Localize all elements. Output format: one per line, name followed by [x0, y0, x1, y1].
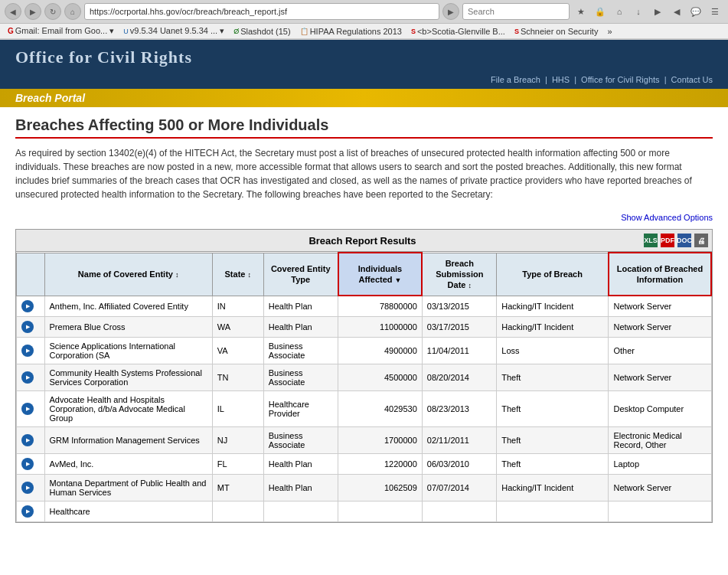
expand-cell: [17, 501, 45, 521]
expand-button[interactable]: [21, 458, 34, 470]
forward-button[interactable]: ▶: [24, 3, 41, 20]
name-cell: GRM Information Management Services: [44, 426, 212, 453]
lock-icon: 🔒: [592, 3, 609, 20]
location-cell: Network Server: [609, 296, 711, 316]
export-excel-button[interactable]: XLS: [644, 234, 658, 247]
col-individuals-header[interactable]: Individuals Affected ▼: [338, 253, 423, 296]
expand-button[interactable]: [21, 403, 34, 415]
menu-icon[interactable]: ☰: [707, 3, 723, 20]
location-cell: Other: [609, 337, 711, 364]
site-title: Office for Civil Rights: [15, 47, 713, 67]
table-row: Anthem, Inc. Affiliated Covered Entity I…: [17, 296, 712, 316]
date-cell: 03/17/2015: [422, 316, 496, 337]
portal-title: Breach Portal: [15, 92, 85, 104]
search-input[interactable]: [462, 3, 570, 20]
state-cell: NJ: [212, 426, 263, 453]
bookmark-gmail[interactable]: G Gmail: Email from Goo... ▾: [5, 25, 117, 37]
individuals-cell: 78800000: [338, 296, 423, 316]
entity-type-cell: Business Associate: [263, 364, 338, 390]
name-cell: Anthem, Inc. Affiliated Covered Entity: [44, 296, 212, 316]
expand-button[interactable]: [21, 321, 34, 333]
star-icon[interactable]: ★: [573, 3, 589, 20]
site-header: Office for Civil Rights: [0, 40, 728, 74]
bookmarks-bar: G Gmail: Email from Goo... ▾ U v9.5.34 U…: [0, 24, 728, 39]
name-cell: Premera Blue Cross: [44, 316, 212, 337]
state-cell: FL: [212, 453, 263, 474]
home-button[interactable]: ⌂: [64, 3, 81, 20]
table-row: Advocate Health and Hospitals Corporatio…: [17, 390, 712, 426]
download-icon[interactable]: ↓: [630, 3, 647, 20]
bookmark-hipaa[interactable]: 📋 HIPAA Regulations 2013: [297, 26, 405, 37]
print-button[interactable]: 🖨: [694, 234, 708, 247]
bookmark-more[interactable]: »: [604, 26, 615, 37]
breach-type-cell: Hacking/IT Incident: [497, 296, 609, 316]
bookmark-scotia[interactable]: S <b>Scotia-Glenville B...: [408, 26, 508, 37]
date-cell: 06/03/2010: [422, 453, 496, 474]
page-heading: Breaches Affecting 500 or More Individua…: [15, 116, 713, 139]
bookmark-schneier[interactable]: S Schneier on Security: [511, 26, 602, 37]
back-button[interactable]: ◀: [5, 3, 21, 20]
expand-button[interactable]: [21, 434, 34, 446]
col-date-header[interactable]: Breach Submission Date ↕: [422, 253, 496, 296]
expand-cell: [17, 453, 45, 474]
refresh-button[interactable]: ↻: [44, 3, 61, 20]
name-sort-icon[interactable]: ↕: [175, 271, 179, 279]
expand-cell: [17, 474, 45, 501]
bookmark-uanet[interactable]: U v9.5.34 Uanet 9.5.34 ... ▾: [120, 25, 227, 37]
individuals-cell: [338, 501, 423, 521]
expand-button[interactable]: [21, 371, 34, 384]
entity-type-cell: Health Plan: [263, 474, 338, 501]
home-icon[interactable]: ⌂: [611, 3, 628, 20]
state-cell: [212, 501, 263, 521]
col-name-header[interactable]: Name of Covered Entity ↕: [44, 253, 212, 296]
browser-chrome: ◀ ▶ ↻ ⌂ ▶ ★ 🔒 ⌂ ↓ ▶ ◀ 💬 ☰ G Gmail: Email…: [0, 0, 728, 40]
hhs-link[interactable]: HHS: [552, 75, 570, 84]
browser-toolbar: ◀ ▶ ↻ ⌂ ▶ ★ 🔒 ⌂ ↓ ▶ ◀ 💬 ☰: [0, 0, 728, 24]
expand-button[interactable]: [21, 482, 34, 494]
entity-type-cell: Healthcare Provider: [263, 390, 338, 426]
intro-text: As required by section 13402(e)(4) of th…: [15, 146, 713, 201]
state-cell: VA: [212, 337, 263, 364]
go-button[interactable]: ▶: [442, 3, 459, 20]
show-advanced-link[interactable]: Show Advanced Options: [621, 213, 713, 222]
col-breach-header[interactable]: Type of Breach: [497, 253, 609, 296]
state-sort-icon[interactable]: ↕: [248, 271, 252, 279]
chat-icon[interactable]: 💬: [687, 3, 704, 20]
name-cell: Science Applications International Corpo…: [44, 337, 212, 364]
next-icon[interactable]: ▶: [649, 3, 666, 20]
col-state-header[interactable]: State ↕: [212, 253, 263, 296]
show-advanced-container: Show Advanced Options: [15, 212, 713, 223]
expand-cell: [17, 337, 45, 364]
location-cell: [609, 501, 711, 521]
address-bar[interactable]: [84, 3, 439, 20]
individuals-sort-icon[interactable]: ▼: [395, 276, 402, 284]
state-cell: IN: [212, 296, 263, 316]
location-cell: Electronic Medical Record, Other: [609, 426, 711, 453]
expand-button[interactable]: [21, 345, 34, 357]
individuals-cell: 4500000: [338, 364, 423, 390]
export-pdf-button[interactable]: PDF: [661, 234, 674, 247]
date-cell: 11/04/2011: [422, 337, 496, 364]
table-title-bar: Breach Report Results XLS PDF DOC 🖨: [16, 230, 712, 252]
expand-button[interactable]: [21, 505, 34, 518]
contact-link[interactable]: Contact Us: [671, 75, 713, 84]
back-icon2[interactable]: ◀: [668, 3, 685, 20]
breach-type-cell: Theft: [497, 426, 609, 453]
date-sort-icon[interactable]: ↕: [468, 282, 472, 289]
table-row: Science Applications International Corpo…: [17, 337, 712, 364]
entity-type-cell: Business Associate: [263, 337, 338, 364]
table-row: Premera Blue Cross WA Health Plan 110000…: [17, 316, 712, 337]
breach-table: Name of Covered Entity ↕ State ↕ Covered…: [16, 252, 712, 522]
top-links: File a Breach | HHS | Office for Civil R…: [0, 74, 728, 89]
col-expand-header: [17, 253, 45, 296]
col-entity-header[interactable]: Covered Entity Type: [263, 253, 338, 296]
bookmark-slashdot[interactable]: Ø Slashdot (15): [230, 26, 293, 37]
export-word-button[interactable]: DOC: [677, 234, 691, 247]
col-location-header[interactable]: Location of Breached Information: [609, 253, 711, 296]
table-row: GRM Information Management Services NJ B…: [17, 426, 712, 453]
individuals-cell: 4029530: [338, 390, 423, 426]
ocr-link[interactable]: Office for Civil Rights: [581, 75, 660, 84]
file-breach-link[interactable]: File a Breach: [491, 75, 540, 84]
expand-button[interactable]: [21, 300, 34, 312]
state-cell: TN: [212, 364, 263, 390]
